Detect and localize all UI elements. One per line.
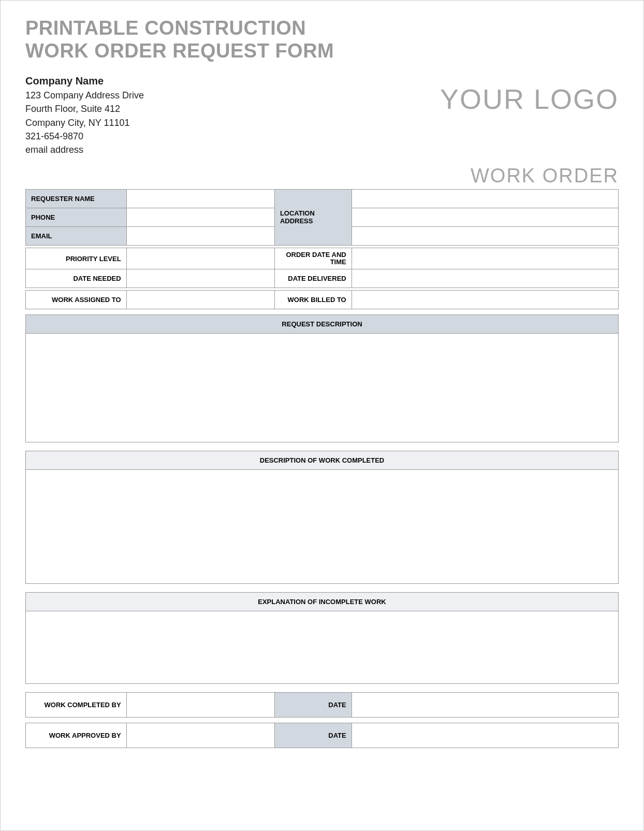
work-order-heading: WORK ORDER: [25, 165, 619, 187]
completed-by-table: WORK COMPLETED BY DATE: [25, 692, 619, 718]
request-description-section: REQUEST DESCRIPTION: [25, 314, 619, 442]
title-line-2: WORK ORDER REQUEST FORM: [25, 40, 334, 62]
work-order-form: PRINTABLE CONSTRUCTION WORK ORDER REQUES…: [0, 0, 644, 831]
field-location-address-1[interactable]: [352, 189, 618, 208]
field-approved-date[interactable]: [352, 723, 618, 748]
label-email: EMAIL: [26, 226, 127, 245]
field-priority-level[interactable]: [126, 248, 274, 269]
label-requester-name: REQUESTER NAME: [26, 189, 127, 208]
label-date-delivered: DATE DELIVERED: [274, 269, 352, 288]
company-name: Company Name: [25, 74, 144, 89]
label-location-address: LOCATION ADDRESS: [274, 189, 352, 245]
label-work-billed-to: WORK BILLED TO: [274, 291, 352, 309]
approved-by-table: WORK APPROVED BY DATE: [25, 723, 619, 748]
field-work-billed-to[interactable]: [352, 291, 618, 309]
priority-dates-table: PRIORITY LEVEL ORDER DATE AND TIME DATE …: [25, 248, 619, 289]
company-block: Company Name 123 Company Address Drive F…: [25, 74, 144, 156]
field-description-completed[interactable]: [26, 470, 619, 584]
label-work-assigned-to: WORK ASSIGNED TO: [26, 291, 127, 309]
field-location-address-2[interactable]: [352, 208, 618, 226]
label-completed-date: DATE: [274, 693, 352, 718]
label-date-needed: DATE NEEDED: [26, 269, 127, 288]
company-address-1: 123 Company Address Drive: [25, 89, 144, 102]
field-request-description[interactable]: [26, 334, 619, 442]
incomplete-work-section: EXPLANATION OF INCOMPLETE WORK: [25, 592, 619, 684]
label-phone: PHONE: [26, 208, 127, 226]
label-work-completed-by: WORK COMPLETED BY: [26, 693, 127, 718]
label-approved-date: DATE: [274, 723, 352, 748]
header-row: Company Name 123 Company Address Drive F…: [25, 74, 619, 156]
field-work-assigned-to[interactable]: [126, 291, 274, 309]
field-phone[interactable]: [126, 208, 274, 226]
requester-table: REQUESTER NAME LOCATION ADDRESS PHONE EM…: [25, 189, 619, 246]
label-explanation-incomplete: EXPLANATION OF INCOMPLETE WORK: [26, 593, 619, 611]
form-title: PRINTABLE CONSTRUCTION WORK ORDER REQUES…: [25, 17, 619, 62]
field-location-address-3[interactable]: [352, 226, 618, 245]
work-completed-section: DESCRIPTION OF WORK COMPLETED: [25, 451, 619, 584]
logo-placeholder: YOUR LOGO: [440, 83, 619, 115]
assigned-billed-table: WORK ASSIGNED TO WORK BILLED TO: [25, 290, 619, 309]
field-work-completed-by[interactable]: [126, 693, 274, 718]
company-city: Company City, NY 11101: [25, 116, 144, 130]
field-requester-name[interactable]: [126, 189, 274, 208]
company-email: email address: [25, 143, 144, 156]
field-date-needed[interactable]: [126, 269, 274, 288]
label-work-approved-by: WORK APPROVED BY: [26, 723, 127, 748]
label-order-date-time: ORDER DATE AND TIME: [274, 248, 352, 269]
company-address-2: Fourth Floor, Suite 412: [25, 102, 144, 116]
field-date-delivered[interactable]: [352, 269, 618, 288]
company-phone: 321-654-9870: [25, 130, 144, 143]
field-work-approved-by[interactable]: [126, 723, 274, 748]
field-order-date-time[interactable]: [352, 248, 618, 269]
field-completed-date[interactable]: [352, 693, 618, 718]
label-description-completed: DESCRIPTION OF WORK COMPLETED: [26, 451, 619, 470]
field-email[interactable]: [126, 226, 274, 245]
field-explanation-incomplete[interactable]: [26, 611, 619, 684]
title-line-1: PRINTABLE CONSTRUCTION: [25, 17, 306, 39]
label-priority-level: PRIORITY LEVEL: [26, 248, 127, 269]
label-request-description: REQUEST DESCRIPTION: [26, 315, 619, 334]
